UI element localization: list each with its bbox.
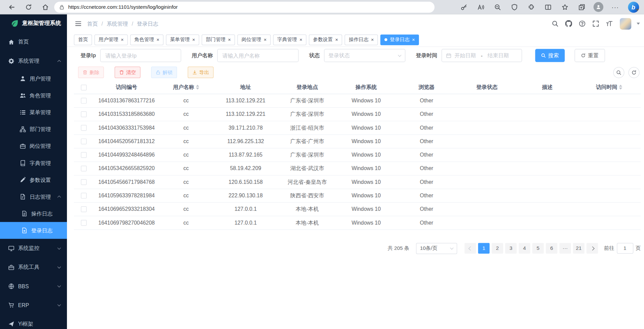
next-page-button[interactable] (586, 243, 598, 254)
shield-icon[interactable] (509, 2, 520, 12)
sort-icon[interactable] (619, 85, 622, 90)
sidebar-menu-item[interactable]: ERP (0, 296, 67, 315)
sidebar-menu-item[interactable]: 系统工具 (0, 258, 67, 276)
sidebar-menu-item[interactable]: BBS (0, 277, 67, 296)
page-number-button[interactable]: 6 (546, 243, 557, 254)
sidebar-menu-item[interactable]: 字典管理 (0, 155, 67, 171)
clear-button[interactable]: 清空 (115, 67, 141, 78)
login-time-range-picker[interactable]: 开始日期 - 结束日期 (441, 49, 522, 62)
page-number-button[interactable]: 21 (573, 243, 584, 254)
close-icon[interactable]: × (299, 37, 302, 42)
close-icon[interactable]: × (335, 37, 338, 42)
sidebar-menu-item[interactable]: 日志管理 (0, 188, 67, 205)
close-icon[interactable]: × (192, 37, 195, 42)
page-number-button[interactable]: 3 (505, 243, 516, 254)
row-checkbox[interactable] (81, 98, 86, 104)
key-icon[interactable] (458, 2, 469, 12)
search-button[interactable]: 搜索 (535, 49, 565, 62)
page-size-select[interactable]: 10条/页 (416, 243, 457, 254)
read-aloud-icon[interactable] (475, 2, 486, 12)
tab-item[interactable]: 菜单管理 × (166, 34, 199, 45)
extensions-icon[interactable] (526, 2, 536, 12)
reset-button[interactable]: 重置 (574, 49, 605, 62)
page-number-button[interactable]: 2 (492, 243, 503, 254)
browser-refresh-button[interactable] (23, 1, 34, 13)
sidebar-menu-item[interactable]: 系统监控 (0, 239, 67, 258)
favorites-icon[interactable] (560, 2, 570, 12)
close-icon[interactable]: × (156, 37, 159, 42)
search-icon[interactable] (550, 19, 560, 28)
tab-item[interactable]: 岗位管理 × (238, 34, 271, 45)
tab-item[interactable]: 角色管理 × (130, 34, 164, 45)
sidebar-menu-item[interactable]: 用户管理 (0, 70, 67, 87)
browser-profile-avatar[interactable] (593, 2, 604, 12)
github-icon[interactable] (564, 19, 573, 28)
collections-icon[interactable] (576, 2, 587, 12)
prev-page-button[interactable] (465, 243, 476, 254)
tab-item[interactable]: 部门管理 × (202, 34, 235, 45)
page-number-button[interactable]: ··· (560, 243, 571, 254)
sidebar-menu-item[interactable]: 菜单管理 (0, 104, 67, 121)
row-checkbox[interactable] (81, 220, 86, 226)
toggle-search-button[interactable] (613, 67, 624, 78)
close-icon[interactable]: × (228, 37, 231, 42)
close-icon[interactable]: × (371, 37, 374, 42)
page-number-button[interactable]: 1 (478, 243, 490, 254)
close-icon[interactable]: × (264, 37, 267, 42)
sidebar-menu-item[interactable]: 参数设置 (0, 171, 67, 188)
sidebar-menu-item[interactable]: 岗位管理 (0, 138, 67, 155)
row-checkbox[interactable] (81, 193, 86, 199)
tab-item[interactable]: 操作日志 × (345, 34, 378, 45)
sidebar-menu-item[interactable]: Yi框架 (0, 315, 67, 329)
browser-back-button[interactable] (6, 1, 17, 13)
sidebar-menu-item[interactable]: 操作日志 (0, 205, 67, 222)
tab-item[interactable]: 字典管理 × (273, 34, 307, 45)
login-ip-input[interactable] (100, 49, 181, 62)
breadcrumb-item[interactable]: 首页 / (87, 20, 107, 27)
browser-menu-icon[interactable]: ··· (610, 2, 621, 12)
close-icon[interactable]: × (121, 37, 124, 42)
jump-page-input[interactable] (617, 243, 633, 254)
user-avatar[interactable] (620, 18, 631, 29)
page-number-button[interactable]: 5 (532, 243, 544, 254)
row-checkbox[interactable] (81, 206, 86, 212)
tab-item[interactable]: 登录日志 × (381, 34, 419, 45)
breadcrumb-item[interactable]: 系统管理 / (107, 20, 137, 27)
sidebar-menu-item[interactable]: 登录日志 (0, 222, 67, 239)
unlock-button[interactable]: 解锁 (151, 67, 177, 78)
sidebar-menu-item[interactable]: 角色管理 (0, 87, 67, 104)
row-checkbox[interactable] (81, 111, 86, 117)
row-checkbox[interactable] (81, 125, 86, 131)
browser-home-button[interactable] (39, 1, 51, 13)
export-button[interactable]: 导出 (188, 67, 214, 78)
browser-address-bar[interactable]: https://ccnetcore.com:1101/system/log/lo… (54, 1, 434, 12)
tab-item[interactable]: 参数设置 × (309, 34, 342, 45)
row-checkbox[interactable] (81, 139, 86, 144)
help-icon[interactable] (577, 19, 586, 28)
close-icon[interactable]: × (412, 37, 415, 42)
sidebar-menu-item[interactable]: 部门管理 (0, 121, 67, 138)
page-number-button[interactable]: 4 (519, 243, 530, 254)
app-logo[interactable]: 意框架管理系统 (0, 14, 67, 33)
select-all-checkbox[interactable] (81, 85, 86, 90)
tab-item[interactable]: 用户管理 × (95, 34, 128, 45)
font-size-icon[interactable] (605, 19, 614, 28)
sidebar-toggle-button[interactable] (73, 19, 83, 29)
row-checkbox[interactable] (81, 179, 86, 185)
status-select[interactable]: 登录状态 (324, 49, 405, 62)
sort-icon[interactable] (196, 85, 199, 90)
user-name-input[interactable] (217, 49, 298, 62)
sidebar-menu-item[interactable]: 系统管理 (0, 52, 67, 70)
delete-button[interactable]: 删除 (78, 67, 104, 78)
avatar-caret-icon[interactable] (637, 23, 640, 25)
copilot-icon[interactable]: b (627, 2, 640, 12)
refresh-table-button[interactable] (629, 67, 640, 78)
fullscreen-icon[interactable] (591, 19, 600, 28)
zoom-out-icon[interactable] (492, 2, 503, 12)
split-screen-icon[interactable] (543, 2, 553, 12)
row-checkbox[interactable] (81, 152, 86, 158)
row-checkbox[interactable] (81, 166, 86, 171)
sidebar-menu-item[interactable]: 首页 (0, 32, 67, 51)
tab-item[interactable]: 首页 × (74, 34, 92, 45)
breadcrumb-item[interactable]: 登录日志 / (137, 20, 158, 27)
